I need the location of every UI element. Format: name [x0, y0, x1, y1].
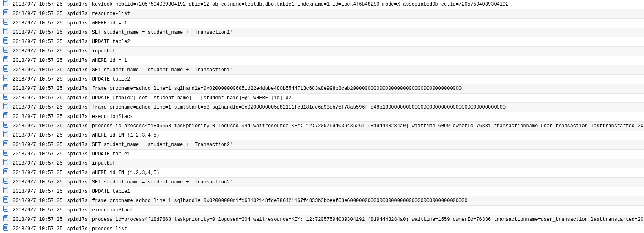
log-row[interactable]: 2018/9/7 10:57:25spid17sresource-list [0, 9, 644, 19]
info-icon [3, 122, 8, 127]
row-icon-cell [0, 103, 9, 112]
info-icon [3, 187, 8, 193]
log-timestamp: 2018/9/7 10:57:25 [9, 168, 64, 178]
row-icon-cell [0, 122, 9, 131]
row-icon-cell [0, 112, 9, 122]
log-timestamp: 2018/9/7 10:57:25 [9, 140, 64, 150]
log-message: process-list [89, 224, 644, 233]
log-row[interactable]: 2018/9/7 10:57:25spid17sexecutionStack [0, 206, 644, 215]
log-table: 2018/9/7 10:57:25spid17skeylock hobtid=7… [0, 0, 644, 233]
log-message: WHERE id IN (1,2,3,4,5) [89, 131, 644, 140]
log-message: process id=process4f18d6558 taskpriority… [89, 122, 644, 131]
log-row[interactable]: 2018/9/7 10:57:25spid17sSET student_name… [0, 65, 644, 75]
info-icon [3, 178, 8, 183]
log-row[interactable]: 2018/9/7 10:57:25spid17sWHERE id IN (1,2… [0, 168, 644, 178]
log-timestamp: 2018/9/7 10:57:25 [9, 28, 64, 37]
log-timestamp: 2018/9/7 10:57:25 [9, 94, 64, 103]
log-timestamp: 2018/9/7 10:57:25 [9, 178, 64, 187]
log-source: spid17s [64, 37, 89, 47]
log-timestamp: 2018/9/7 10:57:25 [9, 37, 64, 47]
log-row[interactable]: 2018/9/7 10:57:25spid17sUPDATE [table2] … [0, 94, 644, 103]
log-timestamp: 2018/9/7 10:57:25 [9, 122, 64, 131]
row-icon-cell [0, 215, 9, 224]
info-icon [3, 28, 8, 34]
log-row[interactable]: 2018/9/7 10:57:25spid17sWHERE id IN (1,2… [0, 131, 644, 140]
row-icon-cell [0, 196, 9, 206]
info-icon [3, 140, 8, 146]
log-message: keylock hobtid=72057594039304192 dbid=12… [89, 0, 644, 9]
info-icon [3, 75, 8, 81]
info-icon [3, 19, 8, 24]
row-icon-cell [0, 94, 9, 103]
log-message: resource-list [89, 9, 644, 19]
log-message: UPDATE [table2] set [student_name] = [st… [89, 94, 644, 103]
log-message: frame procname=adhoc line=1 sqlhandle=0x… [89, 196, 644, 206]
info-icon [3, 112, 8, 118]
log-row[interactable]: 2018/9/7 10:57:25spid17sframe procname=a… [0, 103, 644, 112]
log-message: UPDATE table2 [89, 37, 644, 47]
log-message: UPDATE table2 [89, 75, 644, 84]
log-message: frame procname=adhoc line=1 sqlhandle=0x… [89, 84, 644, 94]
info-icon [3, 47, 8, 52]
log-source: spid17s [64, 168, 89, 178]
log-row[interactable]: 2018/9/7 10:57:25spid17sframe procname=a… [0, 84, 644, 94]
log-row[interactable]: 2018/9/7 10:57:25spid17sprocess-list [0, 224, 644, 233]
log-message: executionStack [89, 112, 644, 122]
log-source: spid17s [64, 178, 89, 187]
log-source: spid17s [64, 150, 89, 159]
log-source: spid17s [64, 215, 89, 224]
log-timestamp: 2018/9/7 10:57:25 [9, 150, 64, 159]
info-icon [3, 103, 8, 109]
log-row[interactable]: 2018/9/7 10:57:25spid17sSET student_name… [0, 178, 644, 187]
info-icon [3, 224, 8, 230]
info-icon [3, 0, 8, 6]
log-source: spid17s [64, 159, 89, 168]
log-source: spid17s [64, 56, 89, 65]
log-timestamp: 2018/9/7 10:57:25 [9, 131, 64, 140]
info-icon [3, 94, 8, 99]
row-icon-cell [0, 206, 9, 215]
row-icon-cell [0, 159, 9, 168]
log-message: SET student_name = student_name + 'Trans… [89, 178, 644, 187]
info-icon [3, 159, 8, 165]
log-source: spid17s [64, 75, 89, 84]
log-row[interactable]: 2018/9/7 10:57:25spid17sexecutionStack [0, 112, 644, 122]
log-message: process id=process4f18d7868 taskpriority… [89, 215, 644, 224]
log-row[interactable]: 2018/9/7 10:57:25spid17sprocess id=proce… [0, 215, 644, 224]
row-icon-cell [0, 84, 9, 94]
row-icon-cell [0, 75, 9, 84]
log-timestamp: 2018/9/7 10:57:25 [9, 206, 64, 215]
log-row[interactable]: 2018/9/7 10:57:25spid17sUPDATE table2 [0, 75, 644, 84]
log-row[interactable]: 2018/9/7 10:57:25spid17sprocess id=proce… [0, 122, 644, 131]
log-source: spid17s [64, 103, 89, 112]
log-row[interactable]: 2018/9/7 10:57:25spid17sinputbuf [0, 159, 644, 168]
log-message: WHERE id = 1 [89, 56, 644, 65]
log-row[interactable]: 2018/9/7 10:57:25spid17sUPDATE table1 [0, 150, 644, 159]
log-row[interactable]: 2018/9/7 10:57:25spid17sframe procname=a… [0, 196, 644, 206]
log-row[interactable]: 2018/9/7 10:57:25spid17skeylock hobtid=7… [0, 0, 644, 9]
log-row[interactable]: 2018/9/7 10:57:25spid17sWHERE id = 1 [0, 56, 644, 65]
log-source: spid17s [64, 206, 89, 215]
log-source: spid17s [64, 187, 89, 196]
info-icon [3, 215, 8, 221]
info-icon [3, 196, 8, 202]
row-icon-cell [0, 224, 9, 233]
row-icon-cell [0, 178, 9, 187]
row-icon-cell [0, 65, 9, 75]
row-icon-cell [0, 37, 9, 47]
log-row[interactable]: 2018/9/7 10:57:25spid17sinputbuf [0, 47, 644, 56]
row-icon-cell [0, 19, 9, 28]
log-timestamp: 2018/9/7 10:57:25 [9, 84, 64, 94]
row-icon-cell [0, 168, 9, 178]
log-row[interactable]: 2018/9/7 10:57:25spid17sWHERE id = 1 [0, 19, 644, 28]
log-row[interactable]: 2018/9/7 10:57:25spid17sSET student_name… [0, 28, 644, 37]
log-timestamp: 2018/9/7 10:57:25 [9, 187, 64, 196]
row-icon-cell [0, 0, 9, 9]
log-message: WHERE id IN (1,2,3,4,5) [89, 168, 644, 178]
log-row[interactable]: 2018/9/7 10:57:25spid17sUPDATE table2 [0, 37, 644, 47]
log-source: spid17s [64, 224, 89, 233]
log-row[interactable]: 2018/9/7 10:57:25spid17sUPDATE table1 [0, 187, 644, 196]
info-icon [3, 206, 8, 211]
log-row[interactable]: 2018/9/7 10:57:25spid17sSET student_name… [0, 140, 644, 150]
log-timestamp: 2018/9/7 10:57:25 [9, 196, 64, 206]
